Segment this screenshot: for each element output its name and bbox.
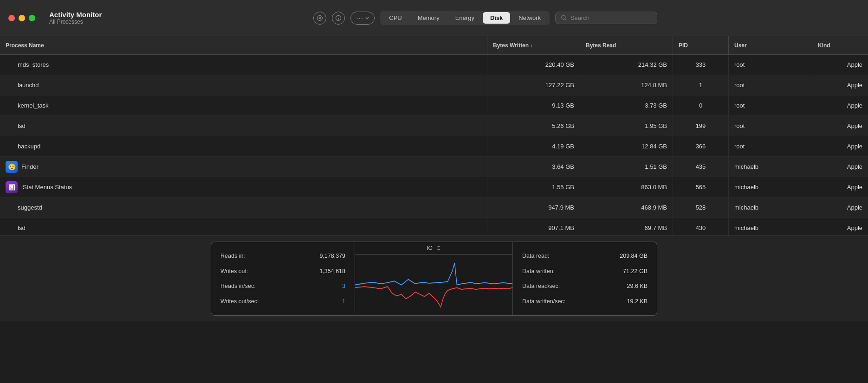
td-name: suggestd (0, 198, 487, 217)
app-title-block: Activity Monitor All Processes (49, 11, 102, 25)
tab-energy[interactable]: Energy (448, 12, 482, 24)
writes-out-label: Writes out: (220, 268, 248, 274)
stats-row-data-written: Data written: 71.22 GB (522, 268, 648, 274)
stats-row-data-read: Data read: 209.84 GB (522, 253, 648, 259)
writes-per-sec-label: Writes out/sec: (220, 298, 259, 305)
data-read-sec-value: 29.6 KB (627, 283, 648, 289)
search-input[interactable] (570, 14, 651, 21)
td-pid: 366 (673, 136, 729, 156)
col-header-user[interactable]: User (729, 36, 812, 54)
no-icon (6, 140, 18, 153)
td-bytes-read: 124.8 MB (580, 75, 673, 95)
process-name: kernel_task (18, 102, 48, 109)
reads-in-label: Reads in: (220, 253, 245, 259)
td-pid: 0 (673, 96, 729, 115)
td-bytes-read: 69.7 MB (580, 218, 673, 236)
td-bytes-written: 3.64 GB (487, 157, 580, 177)
td-bytes-read: 3.73 GB (580, 96, 673, 115)
stats-chart: IO (355, 242, 513, 315)
col-header-bytes-read[interactable]: Bytes Read (580, 36, 673, 54)
sort-arrow: ↓ (531, 43, 533, 48)
td-bytes-written: 1.55 GB (487, 177, 580, 197)
td-bytes-read: 863.0 MB (580, 177, 673, 197)
titlebar-center: i ··· CPU Memory Energy Disk Network (111, 11, 860, 25)
close-icon-btn[interactable] (313, 12, 326, 25)
close-button[interactable] (8, 15, 15, 21)
data-read-label: Data read: (522, 253, 549, 259)
dots-label: ··· (356, 14, 364, 22)
no-icon (6, 202, 18, 214)
search-box[interactable] (555, 12, 657, 24)
tab-disk[interactable]: Disk (483, 12, 510, 24)
table-row[interactable]: suggestd 947.9 MB 468.9 MB 528 michaelb … (0, 198, 868, 218)
col-header-pid[interactable]: PID (673, 36, 729, 54)
table-row[interactable]: lsd 5.26 GB 1.95 GB 199 root Apple (0, 116, 868, 136)
titlebar: Activity Monitor All Processes i ··· CPU… (0, 0, 868, 36)
stats-row-reads-per-sec: Reads in/sec: 3 (220, 283, 345, 289)
writes-per-sec-value: 1 (342, 298, 345, 305)
td-bytes-read: 214.32 GB (580, 55, 673, 75)
info-icon-btn[interactable]: i (332, 12, 345, 25)
process-name: launchd (18, 82, 39, 89)
td-kind: Apple (812, 177, 868, 197)
data-written-value: 71.22 GB (623, 268, 648, 274)
table-row[interactable]: kernel_task 9.13 GB 3.73 GB 0 root Apple (0, 96, 868, 116)
table-row[interactable]: launchd 127.22 GB 124.8 MB 1 root Apple (0, 75, 868, 96)
tab-memory[interactable]: Memory (410, 12, 447, 24)
td-kind: Apple (812, 75, 868, 95)
td-pid: 1 (673, 75, 729, 95)
td-bytes-written: 127.22 GB (487, 75, 580, 95)
table-row[interactable]: backupd 4.19 GB 12.84 GB 366 root Apple (0, 136, 868, 157)
process-name: lsd (18, 224, 26, 231)
process-name: iStat Menus Status (21, 184, 72, 191)
reads-in-value: 9,178,379 (319, 253, 345, 259)
td-name: backupd (0, 136, 487, 156)
data-read-value: 209.84 GB (620, 253, 648, 259)
td-bytes-written: 220.40 GB (487, 55, 580, 75)
table-row[interactable]: lsd 907.1 MB 69.7 MB 430 michaelb Apple (0, 218, 868, 236)
td-user: root (729, 55, 812, 75)
td-bytes-read: 12.84 GB (580, 136, 673, 156)
search-icon (561, 15, 567, 21)
td-user: root (729, 96, 812, 115)
td-user: michaelb (729, 177, 812, 197)
stats-left: Reads in: 9,178,379 Writes out: 1,354,61… (211, 242, 355, 315)
minimize-button[interactable] (19, 15, 25, 21)
col-header-bytes-written[interactable]: Bytes Written ↓ (487, 36, 580, 54)
td-pid: 430 (673, 218, 729, 236)
td-user: michaelb (729, 218, 812, 236)
istat-icon: 📊 (6, 181, 18, 193)
chart-chevron-icon (436, 246, 441, 250)
chart-selector[interactable] (436, 246, 441, 250)
tab-network[interactable]: Network (511, 12, 548, 24)
stats-row-writes-per-sec: Writes out/sec: 1 (220, 298, 345, 305)
table-row[interactable]: 📊 iStat Menus Status 1.55 GB 863.0 MB 56… (0, 177, 868, 198)
maximize-button[interactable] (29, 15, 35, 21)
td-user: root (729, 75, 812, 95)
table-row[interactable]: mds_stores 220.40 GB 214.32 GB 333 root … (0, 55, 868, 75)
no-icon (6, 100, 18, 112)
col-header-kind[interactable]: Kind (812, 36, 868, 54)
td-bytes-written: 4.19 GB (487, 136, 580, 156)
no-icon (6, 222, 18, 234)
table-row[interactable]: 🙂 Finder 3.64 GB 1.51 GB 435 michaelb Ap… (0, 157, 868, 177)
svg-point-5 (562, 16, 565, 19)
process-name: mds_stores (18, 61, 49, 68)
traffic-lights (8, 15, 35, 21)
tab-cpu[interactable]: CPU (382, 12, 409, 24)
td-name: 🙂 Finder (0, 157, 487, 177)
action-icon-btn[interactable]: ··· (350, 12, 375, 25)
no-icon (6, 120, 18, 132)
process-name: lsd (18, 122, 26, 129)
app-subtitle: All Processes (49, 19, 102, 25)
td-bytes-written: 907.1 MB (487, 218, 580, 236)
table-header: Process Name Bytes Written ↓ Bytes Read … (0, 36, 868, 55)
writes-out-value: 1,354,618 (319, 268, 345, 274)
td-pid: 333 (673, 55, 729, 75)
td-name: mds_stores (0, 55, 487, 75)
td-kind: Apple (812, 198, 868, 217)
td-user: michaelb (729, 198, 812, 217)
col-header-process-name[interactable]: Process Name (0, 36, 487, 54)
app-title: Activity Monitor (49, 11, 102, 19)
data-written-sec-value: 19.2 KB (627, 298, 648, 305)
